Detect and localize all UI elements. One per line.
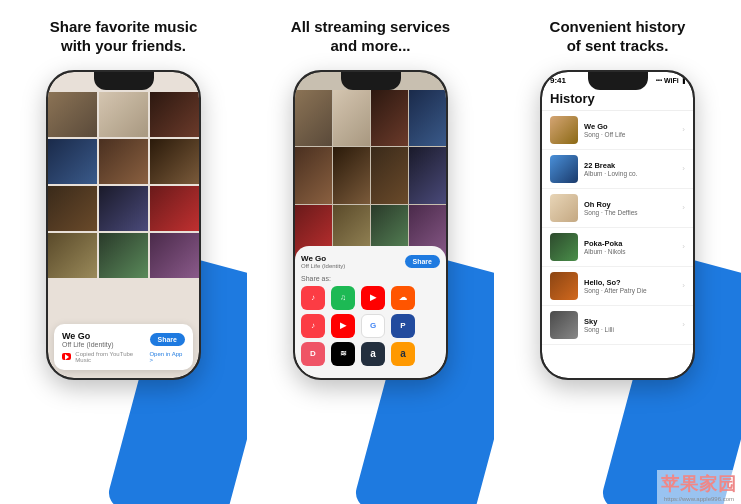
- service-amazon-music[interactable]: a: [391, 342, 415, 366]
- service-youtube[interactable]: ▶: [361, 286, 385, 310]
- share-track-info: We Go Off Life (Identity) Share: [301, 254, 440, 269]
- track-source-1: Copied from YouTube Music Open in App >: [62, 351, 185, 363]
- track-subtitle-1: Off Life (Identity): [62, 341, 114, 348]
- history-info-4: Poka-Poka Album · Nikols: [584, 239, 676, 255]
- chevron-icon-1: ›: [682, 125, 685, 134]
- battery-icon: ▐: [681, 77, 685, 83]
- history-song-4: Poka-Poka: [584, 239, 676, 248]
- history-art-6: [550, 311, 578, 339]
- history-art-5: [550, 272, 578, 300]
- history-list: We Go Song · Off Life › 22 Break Album ·…: [542, 111, 693, 345]
- history-album-3: Song · The Deffies: [584, 209, 676, 216]
- history-info-6: Sky Song · Lilli: [584, 317, 676, 333]
- phone-screen-3: 9:41 ▪▪▪ WiFi ▐ History We Go Song · Off…: [542, 72, 693, 378]
- chevron-icon-2: ›: [682, 164, 685, 173]
- phone-screen-2: We Go Off Life (Identity) Share Share as…: [295, 72, 446, 378]
- youtube-icon: [62, 353, 71, 360]
- service-itunes[interactable]: ♪: [301, 314, 325, 338]
- history-album-1: Song · Off Life: [584, 131, 676, 138]
- history-item-1[interactable]: We Go Song · Off Life ›: [542, 111, 693, 150]
- history-art-2: [550, 155, 578, 183]
- history-info-3: Oh Roy Song · The Deffies: [584, 200, 676, 216]
- service-soundcloud[interactable]: ☁: [391, 286, 415, 310]
- history-item-3[interactable]: Oh Roy Song · The Deffies ›: [542, 189, 693, 228]
- service-icons-row-2: ♪ ▶ G P: [301, 314, 440, 338]
- share-as-label: Share as:: [301, 275, 440, 282]
- history-item-6[interactable]: Sky Song · Lilli ›: [542, 306, 693, 345]
- service-youtube-music[interactable]: ▶: [331, 314, 355, 338]
- service-pandora[interactable]: P: [391, 314, 415, 338]
- history-song-5: Hello, So?: [584, 278, 676, 287]
- history-song-3: Oh Roy: [584, 200, 676, 209]
- share-track-sub: Off Life (Identity): [301, 263, 345, 269]
- history-info-1: We Go Song · Off Life: [584, 122, 676, 138]
- phone-notch-3: [588, 72, 648, 90]
- chevron-icon-6: ›: [682, 320, 685, 329]
- share-track-name: We Go: [301, 254, 345, 263]
- history-song-2: 22 Break: [584, 161, 676, 170]
- share-button-1[interactable]: Share: [150, 333, 185, 346]
- history-item-5[interactable]: Hello, So? Song · After Patry Die ›: [542, 267, 693, 306]
- history-song-1: We Go: [584, 122, 676, 131]
- history-item-4[interactable]: Poka-Poka Album · Nikols ›: [542, 228, 693, 267]
- service-apple-music[interactable]: ♪: [301, 286, 325, 310]
- phone-notch-2: [341, 72, 401, 90]
- status-time: 9:41: [550, 76, 566, 85]
- open-in-app[interactable]: Open in App >: [149, 351, 185, 363]
- phone-mockup-2: We Go Off Life (Identity) Share Share as…: [293, 70, 448, 380]
- history-info-2: 22 Break Album · Loving co.: [584, 161, 676, 177]
- history-album-4: Album · Nikols: [584, 248, 676, 255]
- share-sheet: We Go Off Life (Identity) Share Share as…: [295, 246, 446, 378]
- chevron-icon-5: ›: [682, 281, 685, 290]
- service-amazon-store[interactable]: a: [361, 342, 385, 366]
- service-icons-row-1: ♪ ♫ ▶ ☁: [301, 286, 440, 310]
- track-card-1: We Go Off Life (Identity) Share Copied f…: [54, 324, 193, 370]
- panel-history: Convenient historyof sent tracks. 9:41 ▪…: [494, 0, 741, 504]
- service-icons-row-3: D ≋ a a: [301, 342, 440, 366]
- phone-mockup-3: 9:41 ▪▪▪ WiFi ▐ History We Go Song · Off…: [540, 70, 695, 380]
- history-header: History: [542, 87, 693, 111]
- panel-share-music: Share favorite musicwith your friends.: [0, 0, 247, 504]
- source-text: Copied from YouTube Music: [75, 351, 145, 363]
- service-deezer[interactable]: D: [301, 342, 325, 366]
- history-info-5: Hello, So? Song · After Patry Die: [584, 278, 676, 294]
- history-album-5: Song · After Patry Die: [584, 287, 676, 294]
- service-tidal[interactable]: ≋: [331, 342, 355, 366]
- track-title-1: We Go: [62, 331, 114, 341]
- history-song-6: Sky: [584, 317, 676, 326]
- service-spotify[interactable]: ♫: [331, 286, 355, 310]
- history-art-4: [550, 233, 578, 261]
- chevron-icon-3: ›: [682, 203, 685, 212]
- phone-notch-1: [94, 72, 154, 90]
- panel-1-title: Share favorite musicwith your friends.: [50, 18, 198, 56]
- phone-screen-1: We Go Off Life (Identity) Share Copied f…: [48, 72, 199, 378]
- history-album-6: Song · Lilli: [584, 326, 676, 333]
- panel-2-title: All streaming servicesand more...: [291, 18, 450, 56]
- chevron-icon-4: ›: [682, 242, 685, 251]
- history-art-1: [550, 116, 578, 144]
- panel-3-title: Convenient historyof sent tracks.: [550, 18, 686, 56]
- panel-streaming: All streaming servicesand more...: [247, 0, 494, 504]
- signal-icon: ▪▪▪: [656, 77, 662, 83]
- status-icons: ▪▪▪ WiFi ▐: [656, 77, 685, 84]
- service-google[interactable]: G: [361, 314, 385, 338]
- share-button-2[interactable]: Share: [405, 255, 440, 268]
- phone-mockup-1: We Go Off Life (Identity) Share Copied f…: [46, 70, 201, 380]
- youtube-play-icon: [65, 354, 69, 360]
- history-art-3: [550, 194, 578, 222]
- wifi-icon: WiFi: [664, 77, 679, 84]
- history-item-2[interactable]: 22 Break Album · Loving co. ›: [542, 150, 693, 189]
- history-album-2: Album · Loving co.: [584, 170, 676, 177]
